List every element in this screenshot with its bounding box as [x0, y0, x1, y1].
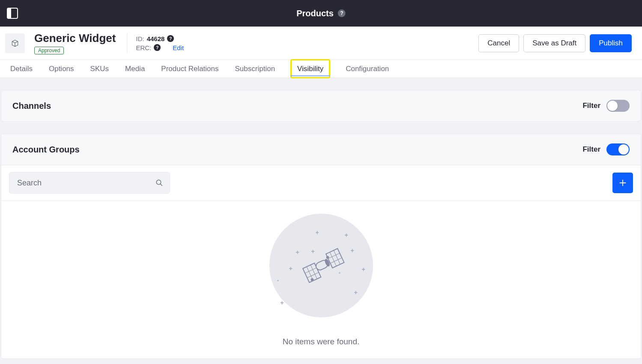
id-value: 44628	[147, 35, 165, 42]
page-title: Products	[296, 9, 334, 18]
product-thumbnail	[5, 33, 25, 53]
tab-configuration[interactable]: Configuration	[346, 60, 389, 78]
cancel-button[interactable]: Cancel	[478, 34, 519, 52]
status-badge: Approved	[34, 47, 64, 54]
topbar: Products ?	[0, 0, 642, 27]
sidebar-toggle-icon[interactable]	[7, 8, 18, 19]
svg-point-16	[326, 256, 329, 259]
svg-line-1	[160, 184, 162, 186]
erc-help-icon[interactable]: ?	[154, 44, 161, 51]
tab-product-relations[interactable]: Product Relations	[161, 60, 218, 78]
channels-filter-label: Filter	[582, 101, 600, 110]
tab-skus[interactable]: SKUs	[90, 60, 109, 78]
publish-button[interactable]: Publish	[590, 34, 632, 52]
page-header: Generic Widget Approved ID: 44628 ? ERC:…	[0, 27, 642, 60]
channels-title: Channels	[12, 101, 51, 111]
edit-link[interactable]: Edit	[173, 44, 184, 51]
content-area: Channels Filter Account Groups Filter	[0, 78, 642, 359]
svg-line-8	[307, 272, 319, 278]
tab-media[interactable]: Media	[125, 60, 145, 78]
search-input[interactable]	[9, 172, 170, 194]
search-wrap	[9, 172, 170, 194]
account-groups-panel: Account Groups Filter + + + + + +	[1, 134, 641, 359]
product-meta: ID: 44628 ? ERC: ? Edit	[127, 33, 184, 53]
channels-panel: Channels Filter	[1, 90, 641, 122]
erc-label: ERC:	[136, 44, 151, 51]
empty-message: No items were found.	[283, 337, 360, 346]
tab-visibility[interactable]: Visibility	[291, 60, 329, 78]
plus-icon	[618, 178, 627, 188]
help-icon[interactable]: ?	[338, 9, 346, 17]
search-icon	[155, 179, 163, 187]
product-name: Generic Widget	[34, 32, 116, 45]
svg-point-0	[156, 180, 161, 185]
account-groups-filter-toggle[interactable]	[606, 143, 630, 155]
account-groups-filter-label: Filter	[582, 145, 600, 154]
tab-options[interactable]: Options	[49, 60, 74, 78]
tab-subscription[interactable]: Subscription	[235, 60, 275, 78]
tab-details[interactable]: Details	[10, 60, 33, 78]
id-label: ID:	[136, 35, 144, 42]
satellite-icon	[298, 246, 345, 293]
id-help-icon[interactable]: ?	[167, 35, 174, 42]
channels-filter-toggle[interactable]	[606, 100, 630, 112]
add-button[interactable]	[612, 173, 633, 193]
empty-state: + + + + + + + + + + +	[1, 201, 641, 358]
account-groups-title: Account Groups	[12, 145, 80, 155]
svg-line-12	[328, 253, 340, 259]
empty-illustration: + + + + + + + + + + +	[269, 214, 373, 317]
tabs: Details Options SKUs Media Product Relat…	[0, 60, 642, 78]
svg-line-13	[330, 258, 342, 263]
save-draft-button[interactable]: Save as Draft	[523, 34, 585, 52]
svg-point-17	[311, 278, 314, 281]
svg-line-7	[305, 268, 317, 273]
